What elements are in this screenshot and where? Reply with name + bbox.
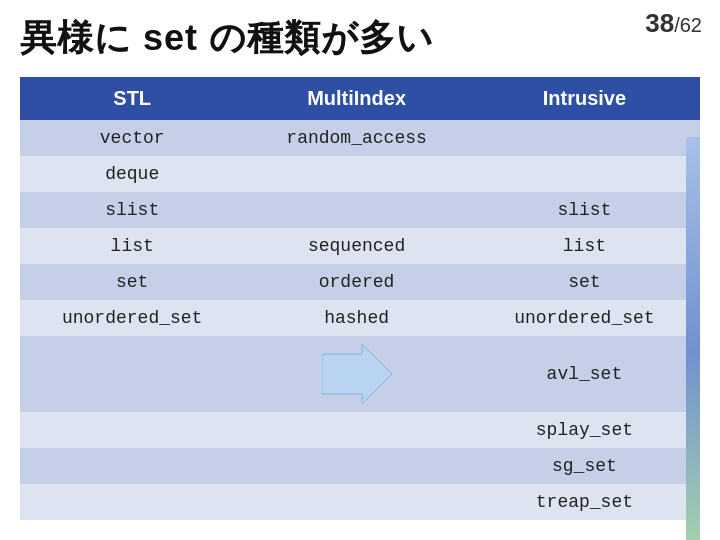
slide-title: 異様に set の種類が多い	[20, 14, 700, 63]
cell-stl	[20, 412, 244, 448]
side-decoration-bar	[686, 137, 700, 540]
table-row: vectorrandom_access	[20, 120, 700, 156]
cell-stl	[20, 336, 244, 412]
cell-intrusive: avl_set	[469, 336, 700, 412]
slide-number: 38/62	[645, 8, 702, 39]
cell-multi	[244, 484, 468, 520]
cell-stl: deque	[20, 156, 244, 192]
table-body: vectorrandom_accessdequeslistslistlistse…	[20, 120, 700, 520]
cell-intrusive: treap_set	[469, 484, 700, 520]
svg-marker-0	[322, 344, 392, 404]
cell-intrusive: unordered_set	[469, 300, 700, 336]
slide-current: 38	[645, 8, 674, 38]
cell-stl: unordered_set	[20, 300, 244, 336]
cell-multi	[244, 156, 468, 192]
cell-stl: vector	[20, 120, 244, 156]
slide: 38/62 異様に set の種類が多い STL MultiIndex Intr…	[0, 0, 720, 540]
comparison-table-container: STL MultiIndex Intrusive vectorrandom_ac…	[20, 77, 700, 520]
comparison-table: STL MultiIndex Intrusive vectorrandom_ac…	[20, 77, 700, 520]
cell-multi: hashed	[244, 300, 468, 336]
cell-intrusive	[469, 156, 700, 192]
cell-multi	[244, 336, 468, 412]
header-stl: STL	[20, 77, 244, 120]
header-multiindex: MultiIndex	[244, 77, 468, 120]
table-row: sg_set	[20, 448, 700, 484]
table-row: avl_set	[20, 336, 700, 412]
table-row: unordered_sethashedunordered_set	[20, 300, 700, 336]
table-header-row: STL MultiIndex Intrusive	[20, 77, 700, 120]
table-row: treap_set	[20, 484, 700, 520]
slide-total: 62	[680, 14, 702, 36]
cell-multi	[244, 412, 468, 448]
cell-intrusive: slist	[469, 192, 700, 228]
cell-stl: set	[20, 264, 244, 300]
cell-stl	[20, 448, 244, 484]
cell-intrusive: set	[469, 264, 700, 300]
cell-intrusive: splay_set	[469, 412, 700, 448]
cell-intrusive: list	[469, 228, 700, 264]
table-row: setorderedset	[20, 264, 700, 300]
cell-stl: list	[20, 228, 244, 264]
cell-multi: sequenced	[244, 228, 468, 264]
arrow-icon	[322, 344, 392, 404]
table-row: splay_set	[20, 412, 700, 448]
cell-intrusive: sg_set	[469, 448, 700, 484]
table-row: listsequencedlist	[20, 228, 700, 264]
cell-stl	[20, 484, 244, 520]
cell-multi	[244, 192, 468, 228]
cell-intrusive	[469, 120, 700, 156]
cell-multi: random_access	[244, 120, 468, 156]
cell-multi: ordered	[244, 264, 468, 300]
header-intrusive: Intrusive	[469, 77, 700, 120]
cell-stl: slist	[20, 192, 244, 228]
table-row: slistslist	[20, 192, 700, 228]
cell-multi	[244, 448, 468, 484]
table-row: deque	[20, 156, 700, 192]
